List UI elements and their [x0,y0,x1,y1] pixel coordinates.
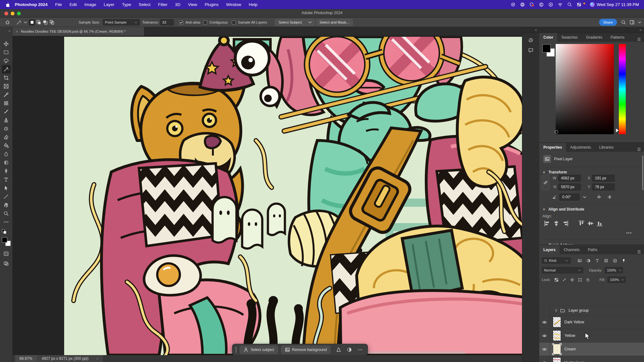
align-collapse-icon[interactable]: ▼ [542,208,546,211]
subtract-selection-mode-icon[interactable] [42,19,48,25]
select-subject-options-icon[interactable] [305,19,315,26]
select-subject-context-button[interactable]: Select subject [240,346,278,354]
swap-colors-icon[interactable] [2,229,8,234]
healing-brush-tool-icon[interactable] [2,99,11,107]
move-tool-icon[interactable] [2,40,11,48]
tool-preset-wand-icon[interactable] [16,18,21,27]
lock-paint-icon[interactable] [561,277,568,283]
x-input[interactable]: 191 px [592,175,615,182]
anti-alias-checkbox[interactable] [179,20,183,25]
search-icon[interactable] [621,18,626,27]
status-chevron-icon[interactable]: › [97,356,98,361]
siri-icon[interactable] [590,2,595,7]
select-subject-button[interactable]: Select Subject [275,19,305,26]
close-tab-icon[interactable]: × [16,29,18,34]
more-options-icon[interactable] [358,347,363,352]
home-icon[interactable] [5,18,10,27]
workspace-icon[interactable] [630,18,635,27]
notification-badge-app-icon[interactable] [530,2,534,7]
visibility-eye-icon[interactable] [539,329,550,342]
creative-cloud-icon[interactable] [539,2,544,7]
line-tool-icon[interactable] [2,192,11,201]
more-tools-icon[interactable] [2,218,11,226]
width-input[interactable]: 4562 px [558,175,581,182]
tab-properties[interactable]: Properties [539,143,566,152]
expand-panels-icon[interactable]: » [640,28,641,32]
menu-file[interactable]: File [55,2,62,7]
canvas[interactable] [64,37,532,355]
clone-stamp-tool-icon[interactable] [2,116,11,124]
apple-menu-icon[interactable] [5,2,10,7]
magic-wand-tool-icon[interactable] [2,65,11,74]
layer-row-dark-yellow[interactable]: Dark Yellow [539,315,644,329]
workspace-chevron-icon[interactable] [637,18,642,27]
control-center-icon[interactable] [577,2,581,7]
document-tab[interactable]: × Noodles Doodles TEE DESIGN.psd @ 66.7%… [13,27,144,36]
opacity-dropdown[interactable]: 100% [605,267,623,273]
eraser-tool-icon[interactable] [2,133,11,141]
comments-panel-icon[interactable] [528,47,534,53]
layers-panel-menu-icon[interactable]: ☰ [637,250,644,254]
transform-collapse-icon[interactable]: ▼ [542,171,546,174]
color-marker[interactable] [555,130,558,134]
orbit-app-icon[interactable] [511,2,515,7]
align-right-icon[interactable] [562,221,569,226]
menu-layer[interactable]: Layer [104,2,114,7]
layer-row-yellow[interactable]: Yellow [539,329,644,343]
tab-layers[interactable]: Layers [539,245,560,254]
crop-tool-icon[interactable] [2,74,11,82]
contiguous-checkbox[interactable] [203,20,207,25]
hand-tool-icon[interactable] [2,201,11,209]
y-input[interactable]: 76 px [592,184,615,190]
filter-smart-object-icon[interactable] [611,257,619,264]
layer-thumbnail[interactable] [553,357,561,362]
visibility-eye-icon[interactable] [539,343,550,356]
filter-image-icon[interactable] [576,257,583,264]
toolbar-expand-icon[interactable]: » [8,29,10,33]
hue-slider-marker[interactable] [616,129,619,132]
collapse-panels-icon[interactable]: « [535,28,537,32]
properties-scrollbar[interactable] [642,156,643,190]
menu-app-name[interactable]: Photoshop 2024 [15,2,47,7]
blur-tool-icon[interactable] [2,150,11,158]
dodge-tool-icon[interactable] [2,158,11,167]
layer-thumbnail-selected[interactable] [553,344,561,354]
align-center-v-icon[interactable] [587,221,594,226]
filter-type-icon[interactable] [593,257,601,264]
transform-icon[interactable] [336,347,341,352]
layer-row-group[interactable]: Layer group [539,306,644,315]
group-expand-icon[interactable] [554,308,559,313]
menu-window[interactable]: Window [226,2,241,7]
lock-artboard-icon[interactable] [577,277,584,283]
height-input[interactable]: 5970 px [558,184,581,190]
layer-thumbnail[interactable] [553,330,561,341]
fill-dropdown[interactable]: 100% [608,277,626,283]
paint-bucket-tool-icon[interactable] [2,141,11,150]
spotlight-icon[interactable] [567,2,572,7]
brush-tool-icon[interactable] [2,107,11,116]
flip-horizontal-icon[interactable] [597,195,602,200]
visibility-eye-icon[interactable] [539,356,550,362]
sample-all-layers-checkbox[interactable] [232,20,236,25]
color-saturation-field[interactable] [556,44,614,134]
zoom-tool-icon[interactable] [2,209,11,218]
bell-app-icon[interactable] [520,2,525,7]
adjustment-icon[interactable] [347,347,352,352]
tab-swatches[interactable]: Swatches [557,33,582,42]
angle-chevron-icon[interactable] [582,195,587,200]
new-selection-mode-icon[interactable] [29,19,35,25]
kind-filter-dropdown[interactable]: Kind [542,257,571,264]
select-and-mask-button[interactable]: Select and Mask... [316,19,353,26]
menu-3d[interactable]: 3D [175,2,180,7]
properties-panel-menu-icon[interactable]: ☰ [637,147,644,152]
menu-filter[interactable]: Filter [158,2,167,7]
taskbar-drag-handle[interactable] [236,347,236,353]
layer-thumbnail[interactable] [553,317,561,327]
flip-vertical-icon[interactable] [607,195,612,200]
history-brush-tool-icon[interactable] [2,124,11,133]
menu-plugins[interactable]: Plugins [205,2,219,7]
lock-all-icon[interactable] [585,277,591,283]
path-select-tool-icon[interactable] [2,184,11,192]
color-panel-menu-icon[interactable]: ☰ [637,37,644,42]
history-panel-icon[interactable] [528,37,534,43]
